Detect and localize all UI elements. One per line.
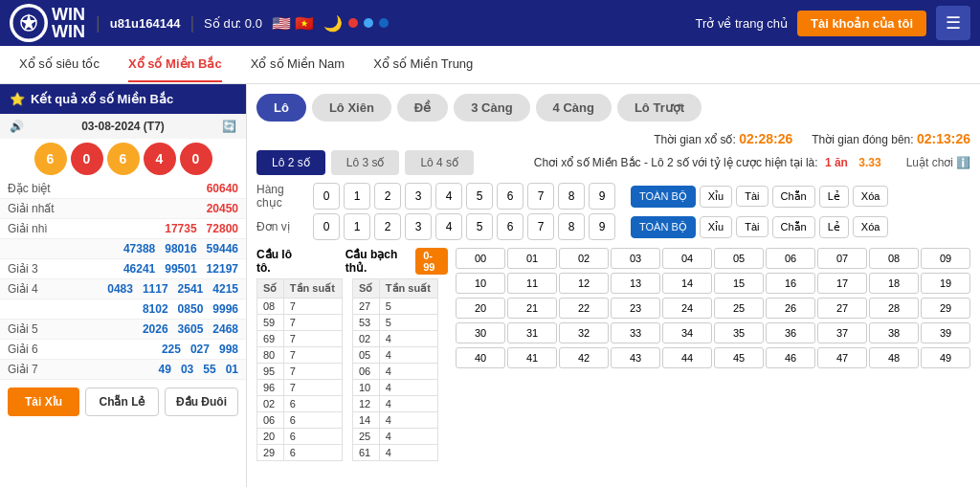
cell-27[interactable]: 27 <box>817 298 867 319</box>
dv-5[interactable]: 5 <box>466 213 493 240</box>
cell-04[interactable]: 04 <box>662 248 712 269</box>
cell-02[interactable]: 02 <box>559 248 609 269</box>
cell-05[interactable]: 05 <box>714 248 764 269</box>
cell-32[interactable]: 32 <box>559 322 609 343</box>
hc-2[interactable]: 2 <box>374 183 401 210</box>
cell-03[interactable]: 03 <box>611 248 660 269</box>
dv-3[interactable]: 3 <box>405 213 432 240</box>
cell-29[interactable]: 29 <box>921 298 970 319</box>
dv-chan-btn[interactable]: Chẵn <box>772 216 815 238</box>
dv-9[interactable]: 9 <box>589 213 615 240</box>
cell-22[interactable]: 22 <box>559 298 609 319</box>
cell-07[interactable]: 07 <box>817 248 867 269</box>
cell-46[interactable]: 46 <box>766 347 815 368</box>
cell-23[interactable]: 23 <box>611 298 660 319</box>
game-tab-lo-truot[interactable]: Lô Trượt <box>617 94 702 122</box>
hc-5[interactable]: 5 <box>466 183 493 210</box>
cell-40[interactable]: 40 <box>456 347 505 368</box>
cell-34[interactable]: 34 <box>662 322 712 343</box>
cell-18[interactable]: 18 <box>869 273 919 294</box>
game-tab-lo[interactable]: Lô <box>256 94 306 122</box>
cell-33[interactable]: 33 <box>611 322 660 343</box>
cell-11[interactable]: 11 <box>507 273 557 294</box>
dv-xiu-btn[interactable]: Xỉu <box>700 216 732 238</box>
dv-7[interactable]: 7 <box>527 213 554 240</box>
tai-xiu-button[interactable]: Tài Xỉu <box>8 387 79 416</box>
cell-13[interactable]: 13 <box>611 273 660 294</box>
cell-47[interactable]: 47 <box>817 347 867 368</box>
cell-44[interactable]: 44 <box>662 347 712 368</box>
chan-le-button[interactable]: Chẵn Lẻ <box>85 387 159 416</box>
cell-48[interactable]: 48 <box>869 347 919 368</box>
cell-28[interactable]: 28 <box>869 298 919 319</box>
hc-xiu-btn[interactable]: Xỉu <box>700 186 732 208</box>
hc-tai-btn[interactable]: Tài <box>736 186 768 207</box>
home-button[interactable]: Trở về trang chủ <box>696 16 788 31</box>
cell-17[interactable]: 17 <box>817 273 867 294</box>
tab-mien-nam[interactable]: Xổ số Miền Nam <box>251 47 345 82</box>
hc-7[interactable]: 7 <box>527 183 554 210</box>
cell-24[interactable]: 24 <box>662 298 712 319</box>
dv-4[interactable]: 4 <box>435 213 462 240</box>
cell-21[interactable]: 21 <box>507 298 557 319</box>
cell-10[interactable]: 10 <box>456 273 505 294</box>
dv-le-btn[interactable]: Lẻ <box>819 216 849 238</box>
cell-35[interactable]: 35 <box>714 322 764 343</box>
account-button[interactable]: Tài khoản của tôi <box>797 11 926 36</box>
cell-01[interactable]: 01 <box>507 248 557 269</box>
cell-06[interactable]: 06 <box>766 248 815 269</box>
cell-16[interactable]: 16 <box>766 273 815 294</box>
cell-08[interactable]: 08 <box>869 248 919 269</box>
cell-42[interactable]: 42 <box>559 347 609 368</box>
bet-tab-lo2so[interactable]: Lô 2 số <box>256 150 325 175</box>
dv-1[interactable]: 1 <box>344 213 370 240</box>
hc-0[interactable]: 0 <box>313 183 340 210</box>
cell-37[interactable]: 37 <box>817 322 867 343</box>
cell-36[interactable]: 36 <box>766 322 815 343</box>
game-tab-lo-xien[interactable]: Lô Xiên <box>312 94 391 122</box>
cell-30[interactable]: 30 <box>456 322 505 343</box>
cell-25[interactable]: 25 <box>714 298 764 319</box>
bet-tab-lo3so[interactable]: Lô 3 số <box>331 150 400 175</box>
hc-6[interactable]: 6 <box>497 183 523 210</box>
cell-38[interactable]: 38 <box>869 322 919 343</box>
hc-le-btn[interactable]: Lẻ <box>819 186 849 208</box>
dv-2[interactable]: 2 <box>374 213 401 240</box>
cell-43[interactable]: 43 <box>611 347 660 368</box>
cell-14[interactable]: 14 <box>662 273 712 294</box>
dv-8[interactable]: 8 <box>558 213 585 240</box>
hc-toanbo-btn[interactable]: TOÀN BỘ <box>631 186 696 208</box>
menu-button[interactable]: ☰ <box>936 6 970 40</box>
luat-choi-button[interactable]: Luật chơi ℹ️ <box>906 156 970 169</box>
cell-15[interactable]: 15 <box>714 273 764 294</box>
hc-3[interactable]: 3 <box>405 183 432 210</box>
dv-tai-btn[interactable]: Tài <box>736 216 768 237</box>
cell-45[interactable]: 45 <box>714 347 764 368</box>
cell-19[interactable]: 19 <box>921 273 970 294</box>
cell-20[interactable]: 20 <box>456 298 505 319</box>
tab-mien-trung[interactable]: Xổ số Miền Trung <box>373 47 473 82</box>
dv-6[interactable]: 6 <box>497 213 523 240</box>
dv-toanbo-btn[interactable]: TOÀN BỘ <box>631 216 696 238</box>
game-tab-3-cang[interactable]: 3 Càng <box>454 94 529 122</box>
hc-chan-btn[interactable]: Chẵn <box>772 186 815 208</box>
cell-41[interactable]: 41 <box>507 347 557 368</box>
tab-mien-bac[interactable]: Xổ số Miền Bắc <box>128 47 222 82</box>
dau-duoi-button[interactable]: Đầu Đuôi <box>165 387 238 416</box>
cell-26[interactable]: 26 <box>766 298 815 319</box>
dv-0[interactable]: 0 <box>313 213 340 240</box>
hc-1[interactable]: 1 <box>344 183 370 210</box>
cell-00[interactable]: 00 <box>456 248 505 269</box>
cell-49[interactable]: 49 <box>921 347 970 368</box>
bet-tab-lo4so[interactable]: Lô 4 số <box>405 150 474 175</box>
cell-12[interactable]: 12 <box>559 273 609 294</box>
hc-4[interactable]: 4 <box>435 183 462 210</box>
game-tab-de[interactable]: Đề <box>397 94 448 122</box>
game-tab-4-cang[interactable]: 4 Càng <box>536 94 612 122</box>
cell-31[interactable]: 31 <box>507 322 557 343</box>
hc-8[interactable]: 8 <box>558 183 585 210</box>
hc-9[interactable]: 9 <box>589 183 615 210</box>
cell-09[interactable]: 09 <box>921 248 970 269</box>
cell-39[interactable]: 39 <box>921 322 970 343</box>
tab-sieu-toc[interactable]: Xổ số siêu tốc <box>19 47 100 82</box>
